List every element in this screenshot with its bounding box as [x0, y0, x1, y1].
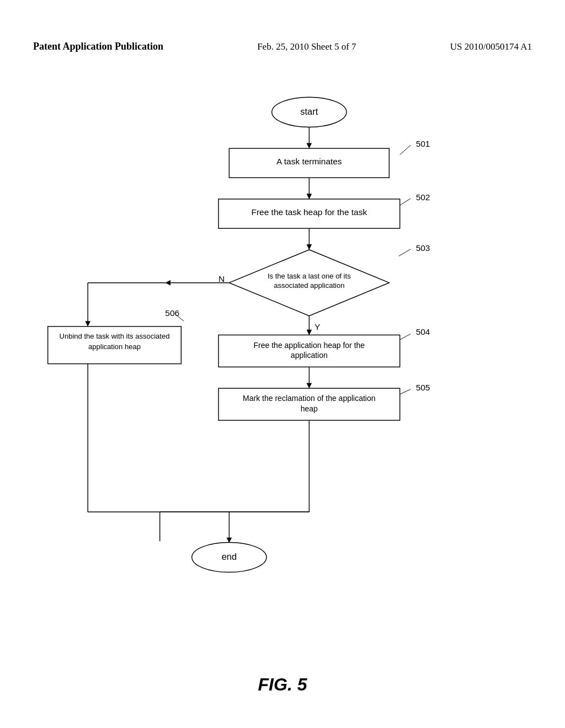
ref-501: 501: [416, 139, 430, 148]
node-504-line1: Free the application heap for the: [254, 341, 365, 350]
svg-marker-10: [307, 244, 312, 250]
ref-505: 505: [416, 383, 430, 392]
ref-502: 502: [416, 192, 430, 202]
svg-marker-18: [307, 383, 312, 388]
flowchart-svg: start 501 A task terminates 502 Free the…: [33, 85, 532, 645]
start-label: start: [300, 106, 318, 116]
svg-line-11: [399, 249, 411, 256]
svg-line-13: [399, 334, 411, 340]
node-503-line2: associated application: [274, 281, 344, 290]
figure-label: FIG. 5: [258, 675, 307, 695]
node-503-line1: Is the task a last one of its: [268, 272, 351, 280]
publication-date: Feb. 25, 2010 Sheet 5 of 7: [257, 41, 356, 52]
svg-marker-29: [85, 321, 90, 326]
node-506-line2: application heap: [88, 342, 141, 351]
ref-504: 504: [416, 327, 430, 336]
ref-503: 503: [416, 243, 430, 253]
svg-line-19: [399, 389, 411, 395]
publication-number: US 2010/0050174 A1: [450, 41, 532, 52]
node-506-line1: Unbind the task with its associated: [60, 332, 170, 340]
node-504-line2: application: [291, 351, 328, 360]
node-505-line2: heap: [301, 404, 318, 413]
node-505-line1: Mark the reclamation of the application: [243, 394, 375, 403]
node-502-label: Free the task heap for the task: [252, 207, 367, 217]
svg-marker-6: [307, 194, 312, 199]
svg-marker-2: [307, 143, 312, 148]
branch-n-label: N: [218, 274, 225, 283]
svg-line-26: [176, 315, 184, 322]
publication-title: Patent Application Publication: [33, 41, 163, 52]
svg-marker-25: [165, 280, 170, 286]
end-label: end: [222, 552, 237, 561]
svg-marker-15: [307, 330, 312, 335]
node-501-label: A task terminates: [276, 157, 342, 166]
svg-line-3: [400, 145, 411, 154]
page-header: Patent Application Publication Feb. 25, …: [0, 41, 565, 52]
branch-y-label: Y: [315, 322, 320, 331]
flowchart-diagram: start 501 A task terminates 502 Free the…: [33, 85, 532, 645]
